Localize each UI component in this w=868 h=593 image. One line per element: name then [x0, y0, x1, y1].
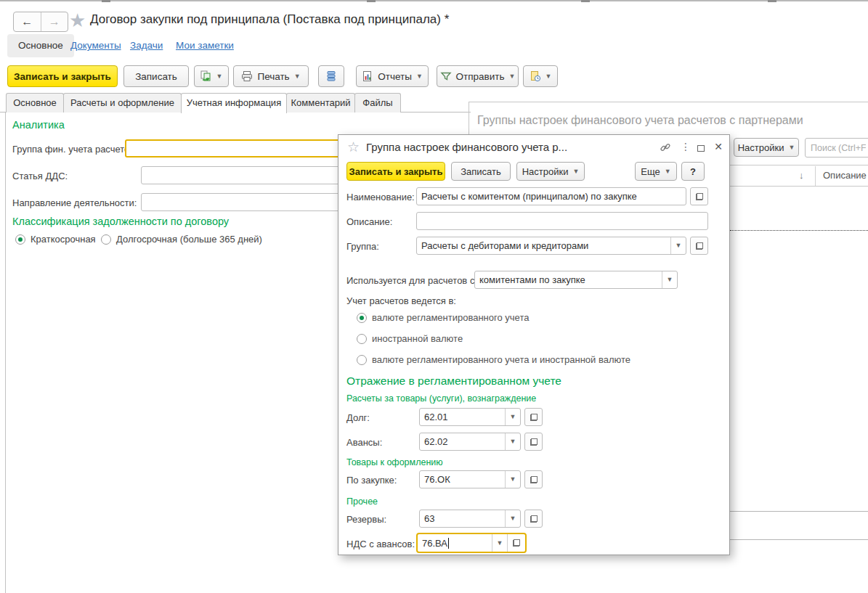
list-focused-row[interactable] [730, 230, 868, 231]
radio-both-currencies[interactable]: валюте регламентированного учета и иност… [357, 354, 630, 365]
debt-label: Долг: [346, 412, 370, 423]
radio-long-term-icon[interactable] [101, 234, 111, 245]
close-icon[interactable]: ✕ [711, 140, 726, 153]
purchase-open-button[interactable] [524, 470, 543, 488]
dropdown-caret-icon: ▼ [665, 168, 671, 175]
tab-accounting-info[interactable]: Учетная информация [181, 93, 287, 113]
group-open-button[interactable] [690, 237, 708, 255]
name-field[interactable]: Расчеты с комитентом (принципалом) по за… [416, 187, 686, 205]
open-icon [530, 476, 538, 483]
maximize-icon[interactable] [694, 142, 708, 155]
radio-short-term[interactable]: Краткосрочная [15, 234, 96, 245]
debt-value: 62.01 [420, 409, 505, 425]
dialog-title: Группа настроек финансового учета р... [366, 141, 657, 153]
dialog-settings-button[interactable]: Настройки ▼ [516, 162, 585, 181]
group-combo[interactable]: Расчеты с дебиторами и кредиторами ▼ [416, 237, 686, 255]
report-icon [362, 70, 373, 82]
favorite-star-icon[interactable]: ★ [69, 9, 86, 32]
purchase-value: 76.ОК [420, 471, 505, 488]
reserves-label: Резервы: [346, 514, 386, 525]
radio-foreign-currency[interactable]: иностранной валюте [357, 333, 463, 344]
top-tick [768, 0, 776, 2]
advances-value: 62.02 [420, 433, 505, 450]
advances-open-button[interactable] [524, 433, 543, 451]
sort-arrow-icon[interactable]: ↓ [799, 170, 804, 181]
classification-heading: Классификация задолженности по договору [12, 216, 229, 227]
dialog-help-label: ? [690, 166, 696, 177]
register-button[interactable] [318, 65, 344, 87]
dialog-help-button[interactable]: ? [681, 162, 705, 181]
tab-main[interactable]: Основное [6, 93, 64, 113]
get-link-icon[interactable] [658, 141, 673, 154]
save-close-button[interactable]: Записать и закрыть [7, 65, 118, 87]
open-icon [530, 438, 538, 446]
purchase-combo[interactable]: 76.ОК ▼ [419, 470, 521, 488]
print-button[interactable]: Печать ▼ [233, 65, 309, 87]
nav-tab-main[interactable]: Основное [7, 34, 74, 57]
dialog-save-close-button[interactable]: Записать и закрыть [346, 162, 445, 181]
reserves-dropdown-caret-icon[interactable]: ▼ [505, 510, 520, 527]
dialog-more-button[interactable]: Еще ▼ [635, 162, 677, 181]
list-settings-button[interactable]: Настройки ▼ [734, 138, 799, 157]
save-close-label: Записать и закрыть [14, 71, 111, 82]
used-for-combo[interactable]: комитентами по закупке ▼ [474, 271, 678, 289]
back-button[interactable]: ← [14, 12, 41, 31]
nav-link-documents[interactable]: Документы [70, 40, 121, 51]
edo-button[interactable]: ▼ [523, 65, 558, 87]
description-field[interactable] [416, 212, 708, 230]
advances-dropdown-caret-icon[interactable]: ▼ [505, 433, 520, 450]
activity-field[interactable] [141, 193, 359, 211]
dropdown-caret-icon: ▼ [545, 73, 552, 80]
dds-field[interactable] [141, 166, 359, 184]
radio-short-term-icon[interactable] [15, 234, 25, 245]
save-button[interactable]: Записать [123, 65, 189, 87]
radio-long-term[interactable]: Долгосрочная (больше 365 дней) [101, 234, 262, 245]
page-title: Договор закупки под принципала (Поставка… [90, 12, 449, 27]
radio-regulated-currency[interactable]: валюте регламентированного учета [357, 312, 529, 323]
register-stack-icon [326, 70, 336, 82]
dialog-save-button[interactable]: Записать [451, 162, 511, 181]
forward-button[interactable]: → [41, 12, 68, 31]
advances-combo[interactable]: 62.02 ▼ [419, 433, 521, 451]
reports-button[interactable]: Отчеты ▼ [356, 65, 429, 87]
fin-group-dialog: ☆ Группа настроек финансового учета р...… [338, 134, 730, 555]
tab-comment[interactable]: Комментарий [286, 93, 355, 113]
vat-advances-combo[interactable]: 76.ВА ▼ [416, 533, 527, 553]
list-window-top-border [469, 102, 868, 102]
copy-create-icon [200, 70, 212, 82]
send-button[interactable]: Отправить ▼ [437, 65, 519, 87]
create-based-on-button[interactable]: ▼ [194, 65, 229, 87]
column-header-description[interactable]: Описание [823, 170, 868, 181]
reserves-open-button[interactable] [524, 510, 543, 528]
regulated-section-heading: Отражение в регламентированном учете [346, 375, 561, 388]
used-for-dropdown-caret-icon[interactable]: ▼ [662, 271, 677, 288]
vat-dropdown-caret-icon[interactable]: ▼ [492, 534, 507, 552]
top-divider [0, 0, 868, 1]
radio-both-currencies-icon[interactable] [357, 355, 367, 365]
tab-settlements[interactable]: Расчеты и оформление [63, 93, 182, 113]
fin-group-field[interactable] [125, 139, 357, 158]
purchase-label: По закупке: [346, 475, 397, 486]
name-open-button[interactable] [690, 187, 708, 205]
list-window-title: Группы настроек финансового учета расчет… [477, 114, 803, 127]
reserves-value: 63 [420, 510, 505, 527]
list-header-bottom-border [730, 186, 868, 187]
purchase-dropdown-caret-icon[interactable]: ▼ [505, 471, 520, 488]
reserves-combo[interactable]: 63 ▼ [419, 510, 521, 528]
dialog-favorite-star-icon[interactable]: ☆ [347, 139, 360, 155]
tab-files[interactable]: Файлы [354, 93, 401, 113]
nav-link-tasks[interactable]: Задачи [130, 40, 163, 51]
app-window: ← → ★ Договор закупки под принципала (По… [0, 0, 868, 593]
vat-open-button[interactable] [507, 534, 525, 552]
debt-dropdown-caret-icon[interactable]: ▼ [505, 409, 520, 425]
group-dropdown-caret-icon[interactable]: ▼ [670, 237, 686, 254]
more-menu-kebab-icon[interactable]: ⋮ [678, 140, 693, 153]
list-search-input[interactable] [805, 138, 868, 158]
debt-combo[interactable]: 62.01 ▼ [419, 408, 521, 426]
radio-regulated-currency-icon[interactable] [357, 313, 367, 323]
radio-both-currencies-label: валюте регламентированного учета и иност… [372, 354, 630, 365]
debt-open-button[interactable] [524, 408, 543, 426]
content-left-border [5, 113, 6, 593]
nav-link-notes[interactable]: Мои заметки [176, 40, 234, 51]
radio-foreign-currency-icon[interactable] [357, 334, 367, 344]
